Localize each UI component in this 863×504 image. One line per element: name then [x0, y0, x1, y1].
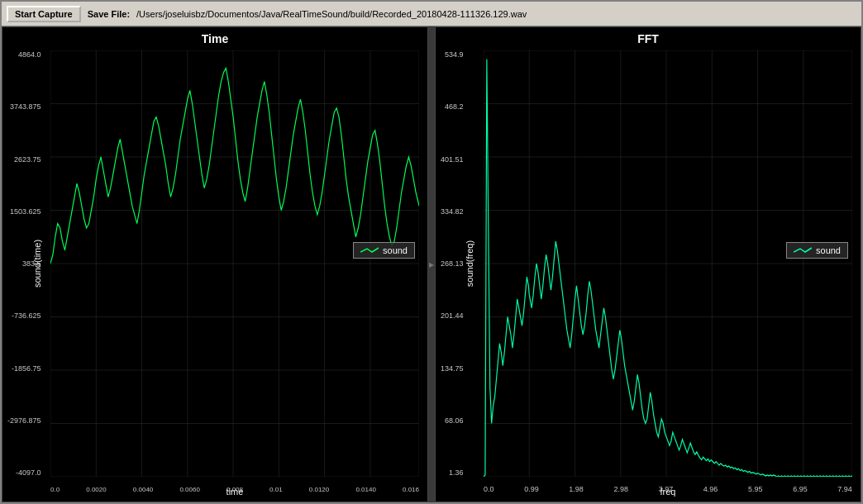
- time-y-ticks: 4864.0 3743.875 2623.75 1503.625 383.5 -…: [7, 50, 41, 477]
- fft-chart-title: FFT: [436, 27, 861, 47]
- save-file-path: /Users/joseluisbz/Documentos/Java/RealTi…: [136, 9, 527, 19]
- save-file-label: Save File:: [88, 9, 130, 19]
- fft-y-axis-label: sound(freq): [465, 240, 474, 287]
- time-chart-legend: sound: [353, 242, 415, 259]
- time-legend-text: sound: [383, 245, 408, 255]
- start-capture-button[interactable]: Start Capture: [7, 6, 81, 22]
- time-chart-title: Time: [2, 27, 427, 47]
- app-window: Start Capture Save File: /Users/joseluis…: [0, 0, 863, 504]
- fft-y-ticks: 534.9 468.2 401.51 334.82 268.13 201.44 …: [441, 50, 464, 477]
- time-chart-svg: [50, 50, 419, 477]
- fft-chart-panel: FFT sound(freq) freq 534.9 468.2 401.51 …: [435, 26, 861, 502]
- charts-container: Time sound(time) time 4864.0 3743.875 26…: [2, 26, 861, 502]
- fft-chart-legend: sound: [786, 242, 848, 259]
- time-chart-panel: Time sound(time) time 4864.0 3743.875 26…: [2, 26, 428, 502]
- fft-legend-line-icon: [794, 246, 812, 254]
- time-legend-line-icon: [360, 246, 379, 254]
- fft-x-ticks: 0.0 0.99 1.98 2.98 3.97 4.96 5.95 6.95 7…: [484, 485, 852, 493]
- chart-divider[interactable]: [428, 26, 435, 502]
- fft-chart-svg: [484, 50, 852, 477]
- fft-legend-text: sound: [816, 245, 841, 255]
- toolbar: Start Capture Save File: /Users/joseluis…: [2, 2, 861, 26]
- time-x-ticks: 0.0 0.0020 0.0040 0.0060 0.008 0.01 0.01…: [50, 486, 419, 493]
